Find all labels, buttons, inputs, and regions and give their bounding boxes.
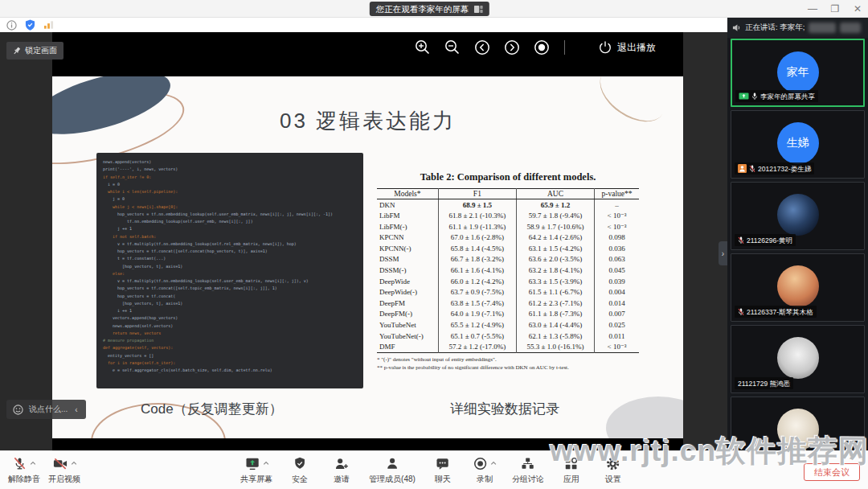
previous-slide-icon[interactable] [472, 37, 493, 58]
code-line: i = 0 [103, 181, 357, 188]
table-cell: 0.036 [595, 243, 639, 254]
code-line: entity_vectors = [] [103, 352, 357, 360]
avatar [777, 337, 819, 379]
participant-name-label: 21121729 熊鸿悉 [735, 377, 793, 389]
avatar: 生娣 [777, 122, 819, 164]
apps-button[interactable]: 应用 [557, 454, 586, 485]
table-cell: LibFM(-) [377, 221, 438, 232]
security-shield-icon[interactable] [25, 19, 35, 31]
code-screenshot: news.append(vectors)print('----', i, new… [96, 153, 363, 388]
table-footnotes: * "(-)" denotes "without input of entity… [377, 355, 639, 372]
table-column-header: p-value** [595, 189, 639, 199]
exit-playback-button[interactable]: 退出播放 [598, 40, 656, 55]
members-icon [385, 456, 399, 471]
layout-switch-icon[interactable] [473, 6, 482, 13]
results-table: Table 2: Comparison of different models.… [377, 171, 639, 372]
record-icon [473, 456, 488, 471]
code-line: else: [103, 270, 357, 277]
share-screen-button[interactable]: 共享屏幕 [240, 454, 272, 485]
table-title: Table 2: Comparison of different models. [377, 171, 639, 183]
unmute-button[interactable]: 解除静音 [8, 454, 40, 485]
security-button[interactable]: 安全 [285, 454, 314, 485]
table-cell: 57.2 ± 1.2 (-17.0%) [438, 342, 516, 353]
table-cell: 58.9 ± 1.7 (-10.6%) [516, 221, 594, 232]
table-cell: 62.1 ± 1.3 (-5.8%) [516, 331, 594, 342]
chevron-up-icon[interactable] [263, 461, 269, 466]
zoom-in-icon[interactable] [412, 37, 433, 58]
code-line: for i in range(self.n_iter): [103, 360, 357, 367]
screenshare-icon [739, 92, 749, 101]
table-cell: 0.045 [595, 265, 639, 277]
share-canvas: 退出播放 03 逻辑表达能力 news.append(vectors)print… [52, 32, 683, 450]
table-cell: 67.0 ± 1.6 (-2.8%) [438, 232, 516, 244]
next-slide-icon[interactable] [502, 37, 522, 58]
quick-chat-bar[interactable]: 说点什么... ‹ [6, 400, 86, 419]
table-cell: 63.6 ± 2.0 (-3.5%) [516, 254, 594, 265]
start-video-button[interactable]: 开启视频 [48, 454, 80, 485]
table-cell: 0.011 [595, 331, 639, 342]
chevron-up-icon[interactable] [30, 461, 36, 466]
breakout-button[interactable]: 分组讨论 [512, 454, 544, 485]
table-cell: 0.025 [595, 320, 639, 331]
chat-collapse-icon[interactable]: ‹ [75, 405, 77, 414]
speaking-now-label: 正在讲话: 李家年; [745, 23, 805, 33]
participant-name-text: 李家年的屏幕共享 [760, 91, 815, 102]
minimize-button[interactable]: — [807, 3, 818, 14]
table-column-header: F1 [438, 189, 516, 199]
comparison-table: Models*F1AUCp-value** DKN68.9 ± 1.565.9 … [377, 188, 639, 353]
table-cell: < 10⁻³ [595, 211, 639, 222]
toolbar-item-label: 邀请 [334, 474, 350, 485]
table-cell: LibFM [377, 211, 438, 222]
code-line: # measure propagation [103, 337, 357, 344]
table-footnote: * "(-)" denotes "without input of entity… [377, 355, 639, 364]
toolbar-item-label: 解除静音 [8, 474, 40, 485]
table-row: DSSM66.7 ± 1.8 (-3.2%)63.6 ± 2.0 (-3.5%)… [377, 254, 639, 265]
pin-icon [13, 47, 21, 55]
table-row: DSSM(-)66.1 ± 1.6 (-4.1%)63.2 ± 1.8 (-4.… [377, 265, 639, 277]
table-cell: 63.1 ± 1.5 (-4.2%) [516, 243, 594, 254]
network-signal-icon[interactable] [43, 20, 54, 30]
participant-tile[interactable]: 家年李家年的屏幕共享 [731, 39, 865, 107]
participant-tile[interactable]: 生娣20121732-娄生娣 [731, 110, 865, 179]
pin-view-button[interactable]: 锁定画面 [6, 42, 63, 60]
chat-button[interactable]: 聊天 [428, 454, 457, 485]
chevron-up-icon[interactable] [490, 461, 497, 466]
person-icon [738, 164, 747, 173]
code-line: t = tf.constant(...) [103, 255, 357, 262]
record-button[interactable]: 录制 [470, 454, 499, 485]
table-cell: DeepFM(-) [377, 309, 438, 320]
gear-icon [605, 456, 620, 471]
invite-button[interactable]: 邀请 [327, 454, 356, 485]
close-button[interactable]: ✕ [852, 3, 863, 14]
participant-tile[interactable]: 21121729 熊鸿悉 [731, 325, 865, 393]
code-line: print('----', i, news, vectors) [103, 166, 357, 173]
blurred-name [809, 23, 836, 33]
table-cell: 61.2 ± 2.3 (-7.1%) [516, 298, 594, 309]
record-indicator-icon[interactable] [531, 37, 552, 58]
chevron-up-icon[interactable] [71, 461, 77, 466]
chat-input-placeholder[interactable]: 说点什么... [29, 404, 68, 415]
participant-tile[interactable] [731, 397, 865, 450]
manage-members-button[interactable]: 管理成员(48) [369, 454, 416, 485]
toolbar-item-label: 聊天 [435, 474, 451, 485]
zoom-out-icon[interactable] [442, 37, 463, 58]
table-cell: YouTubeNet(-) [377, 331, 438, 342]
toolbar-center-group: 共享屏幕安全邀请管理成员(48)聊天录制分组讨论应用设置 [240, 454, 628, 485]
code-line: return news, vectors [103, 330, 357, 337]
maximize-button[interactable]: ❐ [829, 3, 841, 14]
avatar: 家年 [777, 51, 819, 93]
participant-name-label: 20121732-娄生娣 [735, 162, 814, 175]
table-cell: 0.098 [595, 232, 639, 244]
table-cell: 63.7 ± 0.9 (-7.5%) [438, 287, 516, 298]
table-cell: 55.3 ± 1.0 (-16.1%) [516, 342, 594, 353]
sidebar-collapse-handle[interactable]: › [719, 241, 727, 265]
table-cell: 63.3 ± 1.5 (-3.9%) [516, 276, 594, 287]
settings-button[interactable]: 设置 [599, 454, 628, 485]
meeting-info-icon[interactable] [6, 20, 17, 31]
toolbar-item-label: 应用 [563, 474, 579, 485]
end-meeting-button[interactable]: 结束会议 [804, 463, 860, 481]
emoji-icon[interactable] [13, 405, 23, 415]
participant-name-text: 21126296-黄明 [747, 235, 792, 246]
participant-tile[interactable]: 21126337-斯琴其木格 [731, 253, 865, 322]
participant-tile[interactable]: 21126296-黄明 [731, 182, 865, 250]
